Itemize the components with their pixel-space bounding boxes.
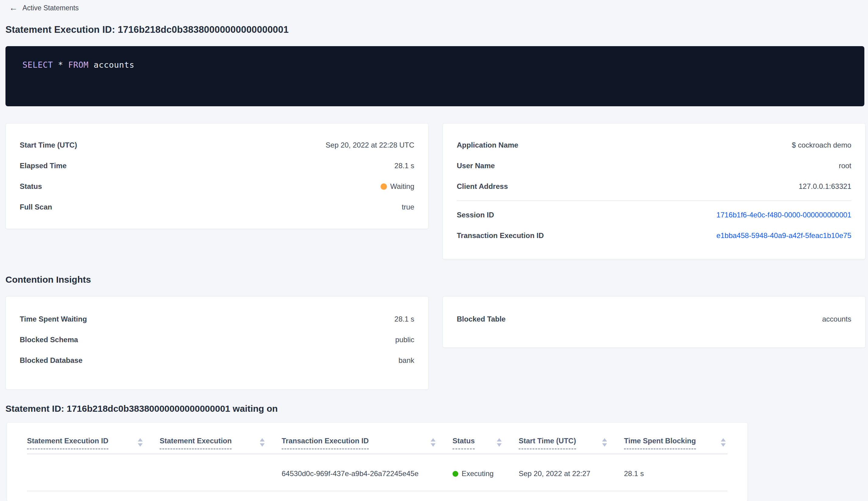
sql-keyword: SELECT (22, 60, 58, 70)
transaction-execution-id-link[interactable]: e1bba458-5948-40a9-a42f-5feac1b10e75 (717, 231, 851, 240)
sql-table-name: accounts (94, 60, 134, 70)
kv-row-user-name: User Name root (457, 156, 851, 176)
column-header-label: Time Spent Blocking (624, 437, 696, 449)
column-header-statement-execution-id[interactable]: Statement Execution ID (27, 423, 160, 454)
kv-label: Elapsed Time (20, 161, 66, 170)
cell-start-time: Sep 20, 2022 at 22:27 (519, 454, 624, 491)
waiting-on-heading: Statement ID: 1716b218dc0b38380000000000… (6, 404, 868, 414)
kv-row-client-address: Client Address 127.0.0.1:63321 (457, 176, 851, 197)
status-text: Waiting (390, 182, 414, 191)
sort-icon (497, 437, 502, 447)
kv-label: Transaction Execution ID (457, 231, 544, 240)
status-text: Executing (462, 469, 493, 478)
kv-row-blocked-schema: Blocked Schema public (20, 329, 414, 350)
kv-row-full-scan: Full Scan true (20, 197, 414, 217)
kv-value: public (395, 335, 414, 344)
column-header-start-time[interactable]: Start Time (UTC) (519, 423, 624, 454)
cell-statement-execution (160, 454, 282, 491)
kv-label: Status (20, 182, 42, 191)
table-header-row: Statement Execution ID Statement Executi… (27, 423, 727, 454)
sql-star: * (58, 60, 68, 70)
kv-value: root (839, 161, 851, 170)
summary-cards-row: Start Time (UTC) Sep 20, 2022 at 22:28 U… (6, 123, 866, 259)
statement-summary-card: Start Time (UTC) Sep 20, 2022 at 22:28 U… (6, 123, 428, 229)
contention-insights-heading: Contention Insights (6, 275, 868, 285)
waiting-on-table: Statement Execution ID Statement Executi… (27, 423, 727, 491)
kv-label: Application Name (457, 141, 518, 149)
contention-details-card: Time Spent Waiting 28.1 s Blocked Schema… (6, 296, 428, 390)
kv-value: $ cockroach demo (792, 141, 851, 149)
status-waiting-dot-icon (381, 183, 387, 190)
kv-row-application-name: Application Name $ cockroach demo (457, 135, 851, 156)
session-summary-card: Application Name $ cockroach demo User N… (443, 123, 866, 259)
column-header-time-spent-blocking[interactable]: Time Spent Blocking (624, 423, 727, 454)
cell-time-spent-blocking: 28.1 s (624, 454, 727, 491)
kv-row-status: Status Waiting (20, 176, 414, 197)
breadcrumb-back-link[interactable]: ← Active Statements (9, 4, 79, 12)
kv-value: 127.0.0.1:63321 (799, 182, 851, 191)
sort-icon (138, 437, 143, 447)
breadcrumb-label: Active Statements (22, 4, 79, 12)
column-header-label: Start Time (UTC) (519, 437, 576, 449)
column-header-label: Statement Execution (160, 437, 231, 449)
sort-icon (721, 437, 726, 447)
kv-value: true (402, 203, 414, 211)
status-executing-dot-icon (453, 471, 458, 477)
status-badge: Executing (453, 469, 519, 478)
contention-cards-row: Time Spent Waiting 28.1 s Blocked Schema… (6, 296, 866, 390)
kv-label: User Name (457, 161, 495, 170)
sort-icon (602, 437, 607, 447)
kv-value: Sep 20, 2022 at 22:28 UTC (326, 141, 414, 149)
kv-label: Client Address (457, 182, 508, 191)
sql-statement-box: SELECT * FROM accounts (6, 46, 864, 106)
cell-transaction-execution-id: 64530d0c-969f-437e-a9b4-26a72245e45e (282, 454, 453, 491)
kv-label: Full Scan (20, 203, 52, 211)
kv-label: Time Spent Waiting (20, 315, 87, 323)
sort-icon (431, 437, 435, 447)
blocked-table-card: Blocked Table accounts (443, 296, 866, 348)
kv-row-blocked-table: Blocked Table accounts (457, 309, 851, 329)
kv-value: 28.1 s (394, 161, 414, 170)
column-header-transaction-execution-id[interactable]: Transaction Execution ID (282, 423, 453, 454)
cell-status: Executing (453, 454, 519, 491)
kv-row-elapsed-time: Elapsed Time 28.1 s (20, 156, 414, 176)
kv-row-time-spent-waiting: Time Spent Waiting 28.1 s (20, 309, 414, 329)
kv-label: Session ID (457, 211, 494, 219)
kv-label: Start Time (UTC) (20, 141, 77, 149)
sql-keyword: FROM (68, 60, 94, 70)
status-badge: Waiting (381, 182, 414, 191)
kv-value: accounts (822, 315, 851, 323)
sort-icon (260, 437, 265, 447)
page-title: Statement Execution ID: 1716b218dc0b3838… (6, 24, 864, 35)
arrow-left-icon: ← (9, 4, 18, 12)
kv-row-blocked-database: Blocked Database bank (20, 350, 414, 371)
kv-label: Blocked Table (457, 315, 506, 323)
cell-statement-execution-id (27, 454, 160, 491)
table-row: 64530d0c-969f-437e-a9b4-26a72245e45e Exe… (27, 454, 727, 491)
kv-label: Blocked Schema (20, 335, 78, 344)
column-header-label: Statement Execution ID (27, 437, 108, 449)
session-id-link[interactable]: 1716b1f6-4e0c-f480-0000-000000000001 (717, 211, 851, 219)
kv-value: bank (399, 356, 414, 365)
kv-value: 28.1 s (394, 315, 414, 323)
kv-label: Blocked Database (20, 356, 83, 365)
column-header-label: Status (453, 437, 475, 449)
kv-row-start-time: Start Time (UTC) Sep 20, 2022 at 22:28 U… (20, 135, 414, 156)
column-header-statement-execution[interactable]: Statement Execution (160, 423, 282, 454)
kv-row-transaction-execution-id: Transaction Execution ID e1bba458-5948-4… (457, 225, 851, 246)
kv-row-session-id: Session ID 1716b1f6-4e0c-f480-0000-00000… (457, 205, 851, 225)
column-header-status[interactable]: Status (453, 423, 519, 454)
column-header-label: Transaction Execution ID (282, 437, 369, 449)
card-divider (457, 200, 851, 201)
waiting-on-table-card: Statement Execution ID Statement Executi… (7, 422, 748, 501)
